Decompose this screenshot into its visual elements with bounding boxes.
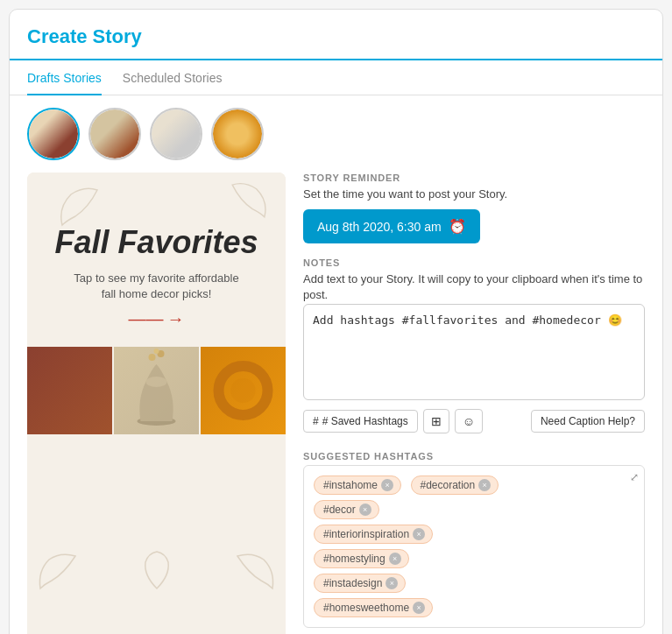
story-preview-panel: Fall Favorites Tap to see my favorite af… [27,173,286,634]
leaf-icon-br [233,549,277,593]
leaf-icon-bm [135,549,179,593]
hashtag-row-3: #interiorinspiration × [311,522,637,546]
hashtag-homesweethome[interactable]: #homesweethome × [314,598,433,617]
story-images-grid [27,347,286,434]
reminder-label: STORY REMINDER [303,173,645,183]
hashtag-decoration[interactable]: #decoration × [411,476,499,495]
thumbnail-2[interactable] [88,108,141,160]
hashtag-interiorinspiration[interactable]: #interiorinspiration × [314,525,433,544]
hashtag-decor[interactable]: #decor × [314,500,379,519]
legend: Niche Good Best Competitive [303,628,645,634]
reminder-date: Aug 8th 2020, 6:30 am [317,220,442,234]
reminder-desc: Set the time you want to post your Story… [303,187,645,202]
svg-point-1 [146,377,167,387]
remove-instadesign-button[interactable]: × [386,577,398,589]
tab-scheduled-stories[interactable]: Scheduled Stories [123,60,223,95]
story-image-wreath [201,347,286,434]
hashtag-row-2: #decor × [311,497,637,522]
emoji-button[interactable]: ☺ [455,409,483,433]
remove-homestyling-button[interactable]: × [389,553,401,565]
notes-textarea[interactable]: Add hashtags #fallfavorites and #homedec… [303,304,645,400]
story-title: Fall Favorites [54,225,258,260]
image-insert-button[interactable]: ⊞ [423,409,449,433]
hashtag-icon: # [313,415,319,427]
thumbnail-4[interactable] [211,108,264,160]
tab-drafts-stories[interactable]: Drafts Stories [27,60,102,95]
tab-bar: Drafts Stories Scheduled Stories [10,60,662,95]
notes-desc: Add text to your Story. It will copy to … [303,271,645,303]
image-icon: ⊞ [431,414,442,428]
story-arrow-icon: ——→ [54,309,258,329]
card-header: Create Story [10,10,662,60]
thumbnail-3[interactable] [150,108,202,160]
saved-hashtags-button[interactable]: # # Saved Hashtags [303,410,418,433]
hashtag-instahome[interactable]: #instahome × [314,476,401,495]
hashtags-label: SUGGESTED HASHTAGS [303,451,645,461]
svg-point-6 [231,378,256,403]
remove-decoration-button[interactable]: × [478,479,491,491]
remove-interiorinspiration-button[interactable]: × [413,528,425,540]
main-card: Create Story Drafts Stories Scheduled St… [9,9,663,634]
story-image-rust [27,347,112,434]
story-subtitle: Tap to see my favorite affordablefall ho… [54,271,258,302]
hashtag-row-5: #instadesign × [311,571,637,595]
hashtag-row-1: #instahome × #decoration × [311,473,637,497]
emoji-icon: ☺ [463,414,475,428]
reminder-button[interactable]: Aug 8th 2020, 6:30 am ⏰ [303,209,480,243]
notes-section: NOTES Add text to your Story. It will co… [303,257,645,433]
notes-toolbar: # # Saved Hashtags ⊞ ☺ Need Caption Help… [303,409,645,433]
main-content: Fall Favorites Tap to see my favorite af… [10,173,662,634]
hashtag-instadesign[interactable]: #instadesign × [314,574,406,593]
clock-icon: ⏰ [449,218,466,235]
svg-point-4 [154,349,159,354]
remove-decor-button[interactable]: × [359,504,371,516]
remove-homesweethome-button[interactable]: × [413,602,425,614]
story-text-block: Fall Favorites Tap to see my favorite af… [37,173,275,338]
expand-icon[interactable]: ⤢ [630,471,639,483]
story-image-vase [114,347,199,434]
caption-help-button[interactable]: Need Caption Help? [531,410,645,433]
hashtag-row-6: #homesweethome × [311,595,637,620]
page-title: Create Story [27,25,645,48]
svg-point-2 [149,354,156,361]
hashtag-row-4: #homestyling × [311,546,637,571]
reminder-section: STORY REMINDER Set the time you want to … [303,173,645,243]
remove-instahome-button[interactable]: × [381,479,393,491]
story-thumbnails-row [10,95,662,173]
hashtags-section: SUGGESTED HASHTAGS ⤢ #instahome × #decor… [303,451,645,634]
leaf-icon-bl [36,549,80,593]
notes-label: NOTES [303,257,645,268]
right-panel: STORY REMINDER Set the time you want to … [303,173,645,634]
hashtag-homestyling[interactable]: #homestyling × [314,549,409,568]
hashtags-container: ⤢ #instahome × #decoration × # [303,465,645,628]
thumbnail-1[interactable] [27,108,80,160]
